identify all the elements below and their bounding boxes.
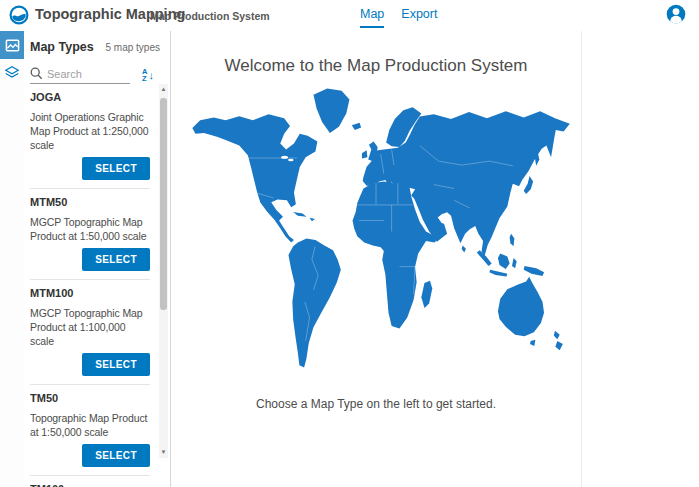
map-type-name: TM100 <box>30 483 150 487</box>
map-type-list: JOGA Joint Operations Graphic Map Produc… <box>30 84 150 487</box>
world-map-illustration <box>180 83 572 380</box>
scroll-up-arrow-icon[interactable]: ▲ <box>159 84 168 95</box>
top-nav: Map Export <box>360 7 437 28</box>
map-type-description: Joint Operations Graphic Map Product at … <box>30 110 150 152</box>
panel-title: Map Types <box>30 40 94 54</box>
sidebar-scrollbar[interactable]: ▲ ▼ <box>159 84 168 458</box>
main-content: Welcome to the Map Production System <box>171 31 582 487</box>
scrollbar-thumb[interactable] <box>160 98 167 310</box>
map-type-description: MGCP Topographic Map Product at 1:50,000… <box>30 215 150 243</box>
map-panel-icon <box>5 38 20 53</box>
map-type-name: MTM50 <box>30 196 150 208</box>
search-box[interactable] <box>30 67 130 84</box>
tool-strip <box>0 31 24 487</box>
scroll-down-arrow-icon[interactable]: ▼ <box>159 447 168 458</box>
map-types-tool-button[interactable] <box>0 31 24 59</box>
map-type-description: Topographic Map Product at 1:50,000 scal… <box>30 411 150 439</box>
map-type-card-tm50: TM50 Topographic Map Product at 1:50,000… <box>30 385 150 476</box>
map-types-count: 5 map types <box>106 42 160 53</box>
select-button[interactable]: SELECT <box>82 157 150 180</box>
map-types-panel: Map Types 5 map types AZ ↓ JOGA Joint Op… <box>24 31 171 487</box>
instruction-text: Choose a Map Type on the left to get sta… <box>171 397 581 411</box>
sort-az-icon[interactable]: AZ ↓ <box>142 69 154 84</box>
panel-header: Map Types 5 map types <box>24 31 170 54</box>
map-type-description: MGCP Topographic Map Product at 1:100,00… <box>30 306 150 348</box>
search-icon <box>30 67 43 80</box>
welcome-title: Welcome to the Map Production System <box>171 56 581 76</box>
user-account-icon[interactable] <box>666 4 686 24</box>
map-type-name: JOGA <box>30 91 150 103</box>
map-type-card-mtm50: MTM50 MGCP Topographic Map Product at 1:… <box>30 189 150 280</box>
world-map-container <box>171 83 581 384</box>
map-type-card-tm100: TM100 <box>30 476 150 487</box>
search-row: AZ ↓ <box>30 60 160 84</box>
select-button[interactable]: SELECT <box>82 248 150 271</box>
map-type-name: MTM100 <box>30 287 150 299</box>
search-input[interactable] <box>47 68 127 80</box>
select-button[interactable]: SELECT <box>82 444 150 467</box>
app-subtitle: Map Production System <box>150 10 270 22</box>
layers-icon <box>4 65 20 81</box>
select-button[interactable]: SELECT <box>82 353 150 376</box>
tab-map[interactable]: Map <box>360 7 384 28</box>
app-header: Topographic Mapping Map Production Syste… <box>0 0 699 31</box>
map-type-name: TM50 <box>30 392 150 404</box>
map-type-card-mtm100: MTM100 MGCP Topographic Map Product at 1… <box>30 280 150 385</box>
map-type-card-joga: JOGA Joint Operations Graphic Map Produc… <box>30 84 150 189</box>
app-logo-globe-icon <box>9 5 29 25</box>
layers-tool-button[interactable] <box>0 59 24 87</box>
tab-export[interactable]: Export <box>401 7 437 28</box>
